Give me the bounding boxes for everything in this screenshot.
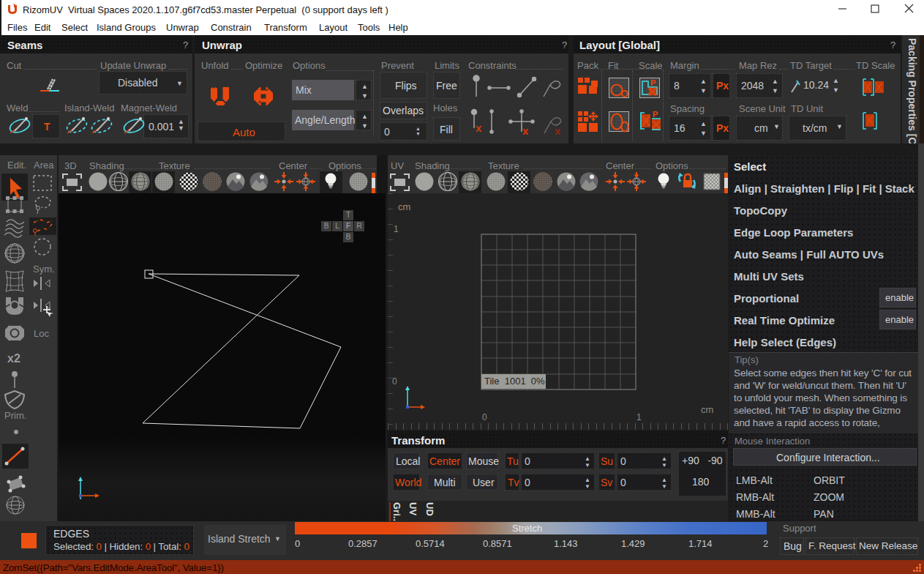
svg-text:P: P (650, 78, 656, 87)
svg-text:x: x (522, 124, 529, 137)
svg-text:Loc: Loc (34, 328, 49, 339)
svg-text:Sym.: Sym. (33, 264, 55, 275)
svg-text:x2: x2 (7, 352, 20, 365)
svg-text:Prim.: Prim. (4, 410, 26, 421)
svg-text:x: x (476, 122, 482, 134)
svg-text:x: x (555, 124, 561, 137)
svg-text:P: P (653, 110, 658, 119)
